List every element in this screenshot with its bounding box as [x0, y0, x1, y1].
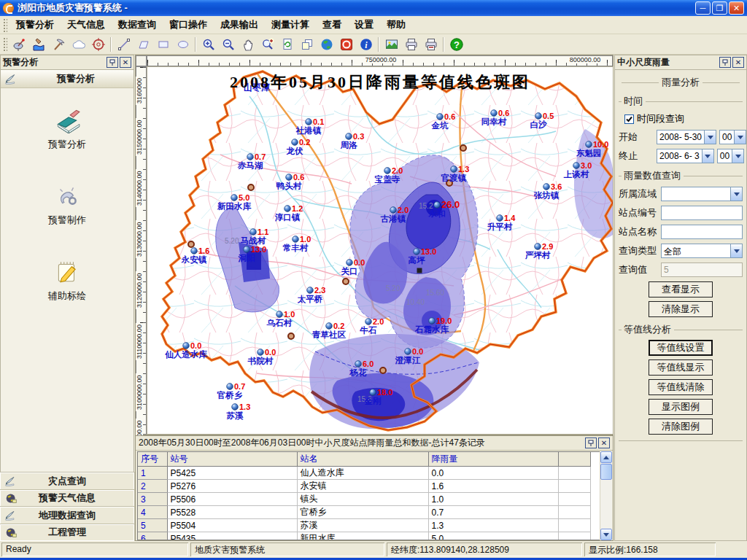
- table-row[interactable]: 3P5506镇头1.0: [138, 493, 590, 506]
- scroll-down-icon[interactable]: [600, 529, 612, 540]
- station-marker-icon[interactable]: [390, 207, 397, 214]
- sidebar-item-辅助标绘[interactable]: 辅助标绘: [1, 257, 133, 303]
- station-marker-icon[interactable]: [285, 206, 291, 212]
- toolbar-grip[interactable]: [2, 36, 7, 52]
- station-marker-icon[interactable]: [497, 215, 503, 222]
- station-marker-icon[interactable]: [326, 323, 333, 330]
- chevron-down-icon[interactable]: [704, 131, 716, 144]
- help-icon[interactable]: ?: [447, 36, 465, 53]
- draw-ellipse-icon[interactable]: [174, 36, 192, 53]
- table-row[interactable]: 4P5528官桥乡0.7: [138, 506, 590, 519]
- column-header-站号[interactable]: 站号: [167, 452, 297, 467]
- warning-analysis-icon[interactable]: [10, 36, 28, 53]
- left-section-header[interactable]: 预警分析: [1, 70, 133, 88]
- rain-station-苏溪[interactable]: 1.3苏溪: [226, 402, 251, 420]
- station-marker-icon[interactable]: [232, 404, 239, 411]
- 等值线显示-button[interactable]: 等值线显示: [649, 359, 713, 376]
- zoom-out-icon[interactable]: [219, 36, 237, 53]
- station-marker-icon[interactable]: [191, 248, 198, 254]
- draw-line-icon[interactable]: [115, 36, 133, 53]
- table-row[interactable]: 5P5504苏溪1.3: [138, 519, 590, 532]
- sidebar-bar-预警天气信息[interactable]: 预警天气信息: [0, 490, 134, 508]
- table-scrollbar[interactable]: [600, 451, 612, 540]
- flood-tool-icon[interactable]: [30, 36, 48, 53]
- stop-icon[interactable]: [337, 36, 355, 53]
- station-marker-icon[interactable]: [535, 113, 542, 120]
- end-date-combo[interactable]: 2008- 6- 3: [657, 149, 714, 163]
- 所属流域-combo[interactable]: [661, 187, 743, 201]
- 显示图例-button[interactable]: 显示图例: [649, 399, 713, 415]
- 查看显示-button[interactable]: 查看显示: [649, 281, 713, 298]
- scrollbar-thumb[interactable]: [600, 464, 612, 480]
- station-marker-icon[interactable]: [405, 349, 411, 355]
- menu-item-天气信息[interactable]: 天气信息: [61, 15, 112, 34]
- menu-item-数据查询[interactable]: 数据查询: [112, 15, 163, 34]
- 等值线清除-button[interactable]: 等值线清除: [649, 379, 713, 395]
- station-marker-icon[interactable]: [286, 174, 293, 181]
- hazard-point-marker[interactable]: [380, 368, 386, 373]
- menu-grip[interactable]: [2, 18, 7, 31]
- print-icon[interactable]: [402, 36, 420, 53]
- station-marker-icon[interactable]: [414, 249, 420, 255]
- station-marker-icon[interactable]: [227, 384, 233, 390]
- chevron-down-icon[interactable]: [732, 149, 743, 163]
- station-marker-icon[interactable]: [293, 236, 299, 243]
- sidebar-item-预警分析[interactable]: 预警分析: [1, 106, 133, 151]
- station-marker-icon[interactable]: [573, 163, 580, 169]
- globe-icon[interactable]: [317, 36, 336, 53]
- hazard-point-marker[interactable]: [188, 241, 194, 247]
- menu-item-设置[interactable]: 设置: [348, 15, 380, 34]
- hazard-point-marker[interactable]: [343, 279, 349, 284]
- close-icon[interactable]: ✕: [598, 438, 610, 448]
- column-header-降雨量[interactable]: 降雨量: [428, 452, 558, 467]
- station-marker-icon[interactable]: [347, 260, 353, 266]
- pan-hand-icon[interactable]: [239, 36, 257, 53]
- station-marker-icon[interactable]: [365, 319, 372, 325]
- pin-icon[interactable]: [719, 57, 731, 68]
- chevron-down-icon[interactable]: [734, 131, 746, 144]
- chevron-down-icon[interactable]: [730, 187, 742, 201]
- station-marker-icon[interactable]: [244, 246, 250, 253]
- scroll-up-icon[interactable]: [600, 451, 612, 463]
- hazard-point-marker[interactable]: [288, 333, 294, 339]
- station-marker-icon[interactable]: [535, 244, 541, 250]
- 查询类型-combo[interactable]: 全部: [661, 244, 743, 258]
- sidebar-bar-地理数据查询[interactable]: 地理数据查询: [0, 507, 134, 524]
- station-marker-icon[interactable]: [370, 389, 376, 396]
- zoom-select-icon[interactable]: [258, 36, 276, 53]
- close-button[interactable]: ✕: [729, 1, 744, 15]
- station-marker-icon[interactable]: [586, 141, 592, 148]
- 清除显示-button[interactable]: 清除显示: [649, 301, 713, 317]
- print-preview-icon[interactable]: [422, 36, 440, 53]
- station-marker-icon[interactable]: [346, 133, 352, 140]
- station-marker-icon[interactable]: [355, 361, 362, 368]
- station-marker-icon[interactable]: [437, 114, 444, 120]
- close-icon[interactable]: ✕: [732, 57, 744, 68]
- end-hour-combo[interactable]: 00: [717, 149, 744, 163]
- station-marker-icon[interactable]: [292, 139, 298, 146]
- menu-item-帮助[interactable]: 帮助: [380, 15, 412, 34]
- zoom-in-icon[interactable]: [199, 36, 217, 53]
- 站点编号-input[interactable]: [661, 206, 743, 220]
- map-canvas[interactable]: 5.2010.415.25.2015.6010.4015.6山枣潭0.1社港镇0…: [147, 66, 614, 435]
- pin-icon[interactable]: [107, 57, 118, 68]
- minimize-button[interactable]: ─: [695, 1, 711, 15]
- station-marker-icon[interactable]: [247, 154, 254, 160]
- station-marker-icon[interactable]: [258, 349, 264, 356]
- start-date-combo[interactable]: 2008- 5-30: [657, 130, 716, 144]
- 站点名称-input[interactable]: [661, 225, 743, 239]
- start-hour-combo[interactable]: 00: [719, 130, 746, 144]
- restore-button[interactable]: ❐: [712, 1, 727, 15]
- column-header-站名[interactable]: 站名: [297, 452, 428, 467]
- sidebar-bar-工程管理[interactable]: 工程管理: [0, 524, 134, 542]
- station-marker-icon[interactable]: [231, 195, 238, 201]
- menu-item-成果输出[interactable]: 成果输出: [214, 15, 265, 34]
- station-marker-icon[interactable]: [250, 229, 257, 236]
- hazard-point-marker[interactable]: [417, 268, 422, 273]
- table-row[interactable]: 2P5276永安镇1.6: [138, 480, 590, 493]
- chevron-down-icon[interactable]: [730, 244, 742, 257]
- menu-item-预警分析[interactable]: 预警分析: [9, 15, 61, 34]
- station-marker-icon[interactable]: [434, 202, 441, 209]
- station-marker-icon[interactable]: [183, 343, 190, 349]
- station-marker-icon[interactable]: [306, 119, 312, 125]
